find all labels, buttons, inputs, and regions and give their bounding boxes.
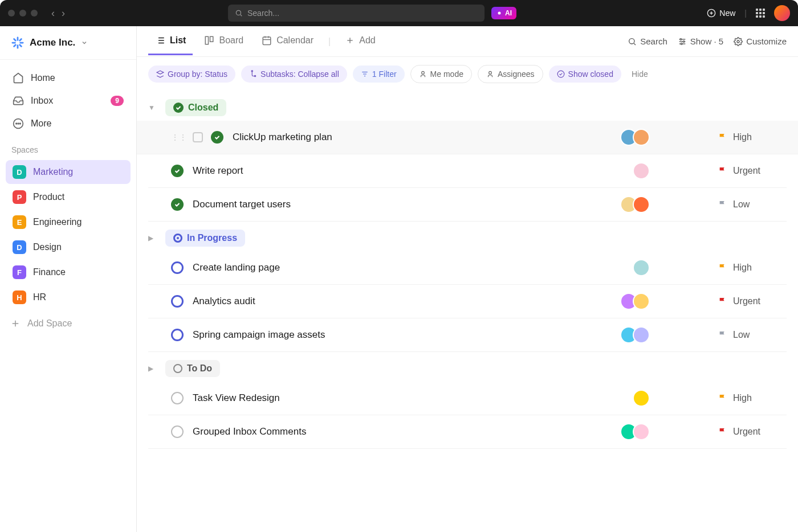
task-status-icon[interactable] <box>171 329 184 341</box>
user-avatar[interactable] <box>774 5 790 21</box>
task-status-icon[interactable] <box>171 295 184 308</box>
space-item-product[interactable]: PProduct <box>6 185 131 209</box>
task-name: Grouped Inbox Comments <box>193 426 620 437</box>
svg-point-42 <box>737 40 739 43</box>
avatar[interactable] <box>633 293 650 310</box>
task-name: Task View Redesign <box>193 392 633 404</box>
avatar[interactable] <box>633 326 650 343</box>
task-row[interactable]: Spring campaign image assetsLow <box>148 318 787 352</box>
more-icon <box>13 118 24 129</box>
toolbar-customize[interactable]: Customize <box>734 36 787 46</box>
assignees[interactable] <box>620 293 650 310</box>
avatar[interactable] <box>633 162 650 179</box>
toolbar-search[interactable]: Search <box>628 36 667 46</box>
task-status-icon[interactable] <box>171 392 184 404</box>
priority[interactable]: Urgent <box>718 427 787 437</box>
avatar[interactable] <box>633 423 650 440</box>
chip-assignees[interactable]: Assignees <box>478 65 543 83</box>
task-status-icon[interactable] <box>171 425 184 438</box>
chip-me-mode[interactable]: Me mode <box>410 65 472 83</box>
status-pill[interactable]: To Do <box>165 360 220 377</box>
avatar[interactable] <box>633 390 650 407</box>
task-checkbox[interactable] <box>193 132 203 142</box>
chip-filter[interactable]: 1 Filter <box>353 66 405 83</box>
search-input[interactable]: Search... <box>228 5 484 22</box>
flag-icon <box>718 200 727 209</box>
task-name: Write report <box>193 165 633 177</box>
chip-group-by[interactable]: Group by: Status <box>148 66 235 83</box>
chip-subtasks[interactable]: Subtasks: Collapse all <box>241 66 347 83</box>
task-row[interactable]: Task View RedesignHigh <box>148 382 787 415</box>
hide-button[interactable]: Hide <box>632 69 648 79</box>
nav-back[interactable]: ‹ <box>51 7 55 19</box>
priority[interactable]: Urgent <box>718 166 787 176</box>
avatar[interactable] <box>633 196 650 213</box>
user-icon <box>419 70 427 78</box>
group-toggle[interactable]: ▼ <box>148 104 158 112</box>
assignees[interactable] <box>620 129 650 146</box>
avatar[interactable] <box>633 129 650 146</box>
priority[interactable]: Low <box>718 199 787 210</box>
window-controls[interactable] <box>8 10 38 17</box>
ai-badge[interactable]: AI <box>491 7 516 19</box>
assignees[interactable] <box>633 259 650 276</box>
avatar[interactable] <box>633 259 650 276</box>
priority[interactable]: High <box>718 263 787 273</box>
task-row[interactable]: Analytics auditUrgent <box>148 285 787 318</box>
priority[interactable]: High <box>718 132 787 142</box>
users-icon <box>486 70 494 78</box>
tab-board[interactable]: Board <box>197 27 250 55</box>
nav-home[interactable]: Home <box>7 67 129 89</box>
priority[interactable]: Urgent <box>718 296 787 306</box>
apps-icon[interactable] <box>756 9 765 18</box>
assignees[interactable] <box>633 390 650 407</box>
task-status-icon[interactable] <box>171 165 184 177</box>
task-name: Document target users <box>193 199 620 210</box>
gear-icon <box>734 37 743 46</box>
svg-point-39 <box>680 38 682 40</box>
assignees[interactable] <box>620 196 650 213</box>
assignees[interactable] <box>633 162 650 179</box>
task-status-icon[interactable] <box>211 131 223 144</box>
add-space-button[interactable]: Add Space <box>0 313 136 334</box>
task-status-icon[interactable] <box>171 261 184 274</box>
tab-list[interactable]: List <box>148 27 193 55</box>
toolbar-show[interactable]: Show · 5 <box>678 36 723 46</box>
drag-handle[interactable]: ⋮⋮ <box>171 133 187 142</box>
task-row[interactable]: Document target usersLow <box>148 188 787 222</box>
tab-add[interactable]: Add <box>339 27 382 55</box>
space-item-design[interactable]: DDesign <box>6 235 131 259</box>
workspace-switcher[interactable]: Acme Inc. <box>0 26 136 60</box>
priority[interactable]: Low <box>718 330 787 340</box>
space-item-marketing[interactable]: DMarketing <box>6 160 131 184</box>
group-toggle[interactable]: ▶ <box>148 234 158 242</box>
task-row[interactable]: Write reportUrgent <box>148 154 787 188</box>
sparkle-icon <box>496 10 503 17</box>
task-row[interactable]: Create landing pageHigh <box>148 251 787 285</box>
group-toggle[interactable]: ▶ <box>148 365 158 373</box>
titlebar: ‹ › Search... AI New | <box>0 0 798 26</box>
nav-inbox[interactable]: Inbox 9 <box>7 89 129 112</box>
status-pill[interactable]: In Progress <box>165 230 245 247</box>
assignees[interactable] <box>620 326 650 343</box>
space-item-hr[interactable]: HHR <box>6 285 131 309</box>
task-row[interactable]: ⋮⋮ClickUp marketing planHigh <box>137 121 798 154</box>
priority[interactable]: High <box>718 393 787 403</box>
assignees[interactable] <box>620 423 650 440</box>
space-item-finance[interactable]: FFinance <box>6 260 131 284</box>
nav-more[interactable]: More <box>7 112 129 135</box>
group-header-progress: ▶In Progress <box>148 230 787 247</box>
space-item-engineering[interactable]: EEngineering <box>6 210 131 234</box>
plus-icon <box>345 36 355 45</box>
filter-bar: Group by: Status Subtasks: Collapse all … <box>137 57 798 91</box>
task-row[interactable]: Grouped Inbox CommentsUrgent <box>148 415 787 449</box>
tab-calendar[interactable]: Calendar <box>255 27 320 55</box>
svg-point-15 <box>16 123 17 124</box>
nav-forward[interactable]: › <box>62 7 65 19</box>
task-status-icon[interactable] <box>171 198 184 211</box>
space-icon: D <box>13 240 26 254</box>
status-pill[interactable]: Closed <box>165 99 226 116</box>
task-name: Spring campaign image assets <box>193 329 620 341</box>
chip-show-closed[interactable]: Show closed <box>549 66 621 83</box>
new-button[interactable]: New <box>707 9 735 18</box>
